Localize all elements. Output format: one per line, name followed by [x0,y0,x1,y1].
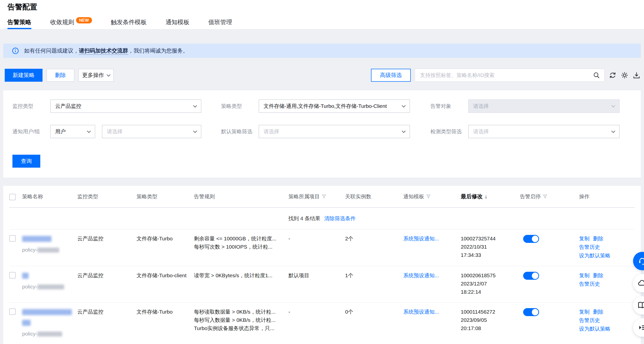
col-instance-count: 关联实例数 [345,193,403,200]
more-actions-button[interactable]: 更多操作 [78,69,114,82]
monitor-type-select[interactable]: 云产品监控 [50,99,202,113]
last-modified-cell: 100020618575 2023/12/07 18:22:14 [461,271,520,296]
masked-policy-id [37,331,62,336]
col-monitor-type: 监控类型 [77,193,136,200]
delete-link[interactable]: 删除 [593,309,604,315]
actions-cell: 复制删除 告警历史 设为默认策略 [579,308,635,333]
copy-link[interactable]: 复制 [579,272,590,278]
chevron-down-icon [193,129,197,133]
table-header: 策略名称 监控类型 策略类型 告警规则 策略所属项目 关联实例数 通知模板 最后… [9,186,635,208]
alarm-history-link[interactable]: 告警历史 [579,317,600,323]
policy-type-cell: 文件存储-Turbo [136,308,194,316]
table-row: policy- 云产品监控 文件存储-Turbo 剩余容量 <= 10000GB… [9,229,635,266]
chevron-down-icon [402,103,406,107]
notice-template-link[interactable]: 系统预设通知... [403,272,439,278]
delete-link[interactable]: 删除 [593,272,604,278]
set-default-link[interactable]: 设为默认策略 [579,253,610,258]
chevron-down-icon [402,129,406,133]
headset-icon [638,256,644,266]
row-checkbox[interactable] [9,272,16,278]
masked-policy-name[interactable] [22,309,72,315]
search-box [415,69,604,82]
policy-type-select[interactable]: 文件存储-通用,文件存储-Turbo,文件存储-Turbo-Client [258,99,410,113]
col-project: 策略所属项目 [288,193,345,200]
alarm-history-link[interactable]: 告警历史 [579,244,600,250]
notice-template-link[interactable]: 系统预设通知... [403,236,439,241]
instance-count-cell: 1个 [345,271,403,279]
documentation-button[interactable] [633,296,644,315]
select-all-checkbox[interactable] [9,194,16,200]
masked-policy-id [37,284,64,289]
clear-filter-link[interactable]: 清除筛选条件 [324,215,356,222]
policy-id: policy- [22,246,72,254]
advanced-filter-button[interactable]: 高级筛选 [371,69,411,82]
col-actions: 操作 [579,193,635,200]
filter-panel: 监控类型 云产品监控 策略类型 文件存储-通用,文件存储-Turbo,文件存储-… [3,90,641,178]
masked-policy-name[interactable] [22,273,28,279]
page-title: 告警配置 [0,0,644,12]
result-summary: 找到 4 条结果 清除筛选条件 [9,208,635,229]
col-last-modified[interactable]: 最后修改↓ [461,193,520,200]
customer-service-button[interactable] [633,252,644,270]
alarm-toggle-on[interactable] [523,272,539,280]
monitor-type-cell: 云产品监控 [77,271,136,279]
filter-funnel-icon[interactable] [426,194,431,199]
actions-cell: 复制删除 告警历史 设为默认策略 [579,234,635,260]
alarm-toggle-on[interactable] [523,235,539,243]
last-modified-cell: 100027325744 2022/10/31 17:34:33 [461,234,520,259]
filter-funnel-icon[interactable] [543,194,547,199]
row-checkbox[interactable] [9,308,16,315]
tab-trigger-condition-template[interactable]: 触发条件模板 [111,15,147,29]
col-policy-name: 策略名称 [22,193,77,200]
floating-action-bar [633,252,644,340]
policy-type-cell: 文件存储-Turbo [136,234,194,243]
tab-duty-management[interactable]: 值班管理 [208,15,232,29]
cloud-assistant-button[interactable] [633,274,644,292]
chevron-down-icon [87,129,91,133]
notify-user-label: 通知用户/组 [12,125,40,138]
notice-template-link[interactable]: 系统预设通知... [403,309,439,315]
default-policy-select[interactable]: 请选择 [258,125,410,138]
result-count: 找到 4 条结果 [288,215,320,222]
copy-link[interactable]: 复制 [579,309,590,315]
gear-icon[interactable] [620,71,629,79]
masked-policy-name[interactable] [22,236,52,242]
tab-convergence-rule[interactable]: 收敛规则NEW [50,15,92,29]
info-icon [11,47,20,55]
query-button[interactable]: 查询 [12,155,40,168]
search-input[interactable] [420,72,592,78]
open-book-icon [637,300,644,310]
filter-funnel-icon[interactable] [322,194,326,199]
row-checkbox[interactable] [9,235,16,242]
copy-link[interactable]: 复制 [579,236,590,241]
policy-type-label: 策略类型 [221,99,242,113]
monitor-type-label: 监控类型 [12,99,33,113]
tab-notice-template[interactable]: 通知模板 [166,15,190,29]
info-banner: 如有任何问题或建议，请扫码加技术交流群，我们将竭诚为您服务。 [3,44,641,58]
table-row: policy- 云产品监控 文件存储-Turbo 每秒读取数据量 > 0KB/s… [9,303,635,344]
delete-button[interactable]: 删除 [46,69,74,82]
chevron-down-icon [612,103,616,107]
alarm-rule-cell: 剩余容量 <= 10000GB，统计粒度... 每秒写次数 > 100IOPS，… [194,234,288,251]
create-policy-button[interactable]: 新建策略 [5,69,42,82]
banner-qr-link[interactable]: 请扫码加技术交流群 [79,48,128,55]
col-alarm-rule: 告警规则 [194,193,288,200]
monitor-type-cell: 云产品监控 [77,308,136,316]
search-icon[interactable] [592,71,601,79]
policy-id: policy- [22,282,72,291]
download-icon[interactable] [632,71,641,79]
alarm-history-link[interactable]: 告警历史 [579,281,600,287]
col-notice-template: 通知模板 [403,193,461,200]
delete-link[interactable]: 删除 [593,236,604,241]
alarm-toggle-on[interactable] [523,308,539,316]
cloud-icon [637,278,644,288]
notify-user-select[interactable]: 请选择 [102,125,202,138]
notify-user-type-select[interactable]: 用户 [50,125,95,138]
detect-type-select[interactable]: 请选择 [468,125,620,138]
alarm-rule-cell: 读带宽 > 0KBytes/s，统计粒度1... [194,271,288,279]
set-default-link[interactable]: 设为默认策略 [579,326,610,331]
refresh-icon[interactable] [608,71,617,79]
tab-alarm-policy[interactable]: 告警策略 [8,15,31,29]
feedback-button[interactable] [633,318,644,337]
feedback-list-icon [637,322,644,332]
